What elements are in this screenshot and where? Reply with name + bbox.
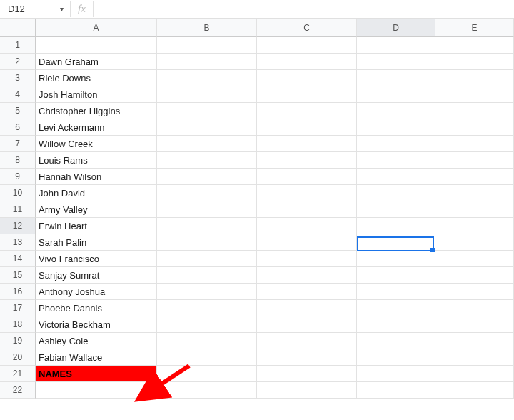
cell-C11[interactable]	[257, 201, 357, 218]
cell-D5[interactable]	[357, 103, 435, 119]
cell-C17[interactable]	[257, 300, 357, 316]
cell-B5[interactable]	[157, 103, 257, 119]
row-header-16[interactable]: 16	[0, 284, 36, 300]
cell-A17[interactable]: Phoebe Dannis	[36, 300, 157, 316]
formula-input[interactable]	[93, 1, 514, 17]
cell-D21[interactable]	[357, 366, 435, 382]
row-header-7[interactable]: 7	[0, 136, 36, 152]
cell-B9[interactable]	[157, 169, 257, 185]
cell-E4[interactable]	[435, 86, 514, 103]
cell-B21[interactable]	[157, 366, 257, 382]
cell-E5[interactable]	[435, 103, 514, 119]
cell-A19[interactable]: Ashley Cole	[36, 333, 157, 349]
cell-A13[interactable]: Sarah Palin	[36, 234, 157, 251]
cell-B13[interactable]	[157, 234, 257, 251]
cell-E1[interactable]	[435, 37, 514, 54]
cell-A6[interactable]: Levi Ackermann	[36, 119, 157, 136]
cell-A4[interactable]: Josh Hamilton	[36, 86, 157, 103]
cell-A18[interactable]: Victoria Beckham	[36, 316, 157, 333]
cell-A1[interactable]	[36, 37, 157, 54]
cell-C7[interactable]	[257, 136, 357, 152]
cell-A3[interactable]: Riele Downs	[36, 70, 157, 86]
row-header-12[interactable]: 12	[0, 218, 36, 234]
cell-D14[interactable]	[357, 251, 435, 267]
cell-A11[interactable]: Army Valley	[36, 201, 157, 218]
cell-C19[interactable]	[257, 333, 357, 349]
cell-E12[interactable]	[435, 218, 514, 234]
cell-C18[interactable]	[257, 316, 357, 333]
cell-E16[interactable]	[435, 284, 514, 300]
row-header-5[interactable]: 5	[0, 103, 36, 119]
cell-E6[interactable]	[435, 119, 514, 136]
cell-E14[interactable]	[435, 251, 514, 267]
cell-C12[interactable]	[257, 218, 357, 234]
cell-D9[interactable]	[357, 169, 435, 185]
cell-B17[interactable]	[157, 300, 257, 316]
cell-C22[interactable]	[257, 382, 357, 399]
cell-B14[interactable]	[157, 251, 257, 267]
cell-B16[interactable]	[157, 284, 257, 300]
cell-D1[interactable]	[357, 37, 435, 54]
cell-A7[interactable]: Willow Creek	[36, 136, 157, 152]
cell-E9[interactable]	[435, 169, 514, 185]
cell-C5[interactable]	[257, 103, 357, 119]
cell-D3[interactable]	[357, 70, 435, 86]
column-header-A[interactable]: A	[36, 19, 157, 37]
name-box[interactable]: D12 ▾	[3, 1, 67, 17]
cell-E15[interactable]	[435, 267, 514, 284]
cell-A10[interactable]: John David	[36, 185, 157, 201]
cell-D16[interactable]	[357, 284, 435, 300]
cell-E13[interactable]	[435, 234, 514, 251]
row-header-21[interactable]: 21	[0, 366, 36, 382]
cell-C8[interactable]	[257, 152, 357, 169]
row-header-20[interactable]: 20	[0, 349, 36, 366]
cell-E21[interactable]	[435, 366, 514, 382]
cell-B12[interactable]	[157, 218, 257, 234]
cell-C20[interactable]	[257, 349, 357, 366]
cell-D12[interactable]	[357, 218, 435, 234]
cell-B6[interactable]	[157, 119, 257, 136]
cell-A5[interactable]: Christopher Higgins	[36, 103, 157, 119]
cell-B2[interactable]	[157, 54, 257, 70]
cell-A22[interactable]	[36, 382, 157, 399]
cell-C3[interactable]	[257, 70, 357, 86]
cell-D6[interactable]	[357, 119, 435, 136]
select-all-corner[interactable]	[0, 19, 36, 37]
cell-C9[interactable]	[257, 169, 357, 185]
cell-E3[interactable]	[435, 70, 514, 86]
cell-E2[interactable]	[435, 54, 514, 70]
cell-A9[interactable]: Hannah Wilson	[36, 169, 157, 185]
cell-D10[interactable]	[357, 185, 435, 201]
cell-E20[interactable]	[435, 349, 514, 366]
cell-D2[interactable]	[357, 54, 435, 70]
cell-D22[interactable]	[357, 382, 435, 399]
row-header-22[interactable]: 22	[0, 382, 36, 399]
column-header-B[interactable]: B	[157, 19, 257, 37]
cell-B10[interactable]	[157, 185, 257, 201]
row-header-6[interactable]: 6	[0, 119, 36, 136]
cell-D20[interactable]	[357, 349, 435, 366]
cell-A15[interactable]: Sanjay Sumrat	[36, 267, 157, 284]
row-header-4[interactable]: 4	[0, 86, 36, 103]
row-header-18[interactable]: 18	[0, 316, 36, 333]
row-header-9[interactable]: 9	[0, 169, 36, 185]
cell-E17[interactable]	[435, 300, 514, 316]
cell-E11[interactable]	[435, 201, 514, 218]
cell-E8[interactable]	[435, 152, 514, 169]
cell-B11[interactable]	[157, 201, 257, 218]
cell-A12[interactable]: Erwin Heart	[36, 218, 157, 234]
cell-C21[interactable]	[257, 366, 357, 382]
cell-B4[interactable]	[157, 86, 257, 103]
cell-B3[interactable]	[157, 70, 257, 86]
cell-E10[interactable]	[435, 185, 514, 201]
cell-B20[interactable]	[157, 349, 257, 366]
cell-B18[interactable]	[157, 316, 257, 333]
cell-B15[interactable]	[157, 267, 257, 284]
cell-D13[interactable]	[357, 234, 435, 251]
column-header-E[interactable]: E	[435, 19, 514, 37]
row-header-8[interactable]: 8	[0, 152, 36, 169]
cell-A8[interactable]: Louis Rams	[36, 152, 157, 169]
cell-A21[interactable]: NAMES	[36, 366, 157, 382]
cell-E18[interactable]	[435, 316, 514, 333]
cell-E22[interactable]	[435, 382, 514, 399]
